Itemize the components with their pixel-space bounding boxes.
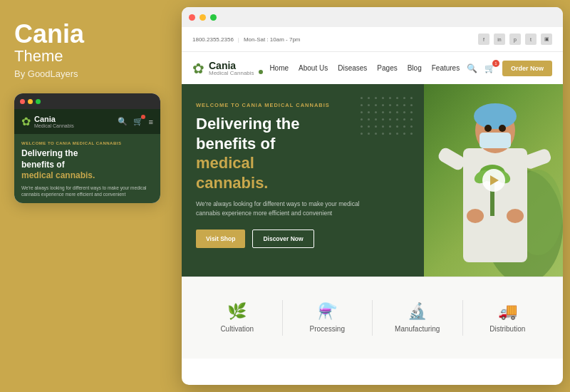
- cultivation-label: Cultivation: [220, 325, 254, 333]
- nav-pages[interactable]: Pages: [377, 64, 397, 72]
- browser-topbar: [182, 7, 563, 27]
- site-logo-icon: ✿: [192, 60, 204, 77]
- mobile-menu-icon[interactable]: ≡: [149, 118, 153, 126]
- svg-point-11: [507, 209, 524, 223]
- mobile-headline: Delivering the benefits of medical canna…: [21, 148, 153, 182]
- nav-links: Home About Us Diseases Pages Blog Featur…: [269, 64, 460, 72]
- brand-by: By GoodLayers: [14, 68, 164, 79]
- mobile-dot-yellow: [28, 99, 33, 104]
- cultivation-icon: 🌿: [227, 304, 247, 319]
- discover-now-button[interactable]: Discover Now: [252, 229, 314, 248]
- brand-title: Cania: [14, 21, 164, 47]
- contact-info: 1800.2355.2356 | Mon-Sat : 10am - 7pm: [192, 36, 301, 43]
- main-nav: ✿ Cania Medical Cannabis Home About Us D…: [182, 52, 563, 84]
- svg-rect-5: [480, 133, 511, 148]
- online-indicator: [259, 70, 263, 74]
- hero-image: [424, 84, 563, 277]
- hero-subtext: We're always looking for different ways …: [196, 200, 367, 218]
- svg-rect-9: [522, 148, 553, 170]
- visit-shop-button[interactable]: Visit Shop: [196, 229, 245, 248]
- nav-home[interactable]: Home: [269, 64, 289, 72]
- processing-label: Processing: [310, 325, 345, 333]
- search-icon[interactable]: 🔍: [467, 63, 477, 73]
- svg-rect-8: [437, 146, 467, 172]
- processing-icon: ⚗️: [318, 304, 337, 319]
- nav-blog[interactable]: Blog: [408, 64, 422, 72]
- mobile-hero: WELCOME TO CANIA MEDICAL CANNABIS Delive…: [14, 134, 160, 203]
- site-logo: ✿ Cania Medical Cannabis: [192, 60, 263, 77]
- feature-cultivation: 🌿 Cultivation: [192, 304, 282, 333]
- pinterest-icon[interactable]: p: [509, 33, 521, 45]
- cart-icon[interactable]: 🛒1: [484, 63, 495, 73]
- mobile-logo: ✿ Cania Medical Cannabis: [21, 115, 74, 128]
- svg-point-7: [499, 125, 506, 132]
- hero-headline: Delivering the benefits of medical canna…: [196, 114, 410, 192]
- nav-about[interactable]: About Us: [299, 64, 328, 72]
- svg-point-6: [484, 125, 492, 132]
- browser-dot-green[interactable]: [210, 14, 217, 21]
- welcome-tag: WELCOME TO CANIA MEDICAL CANNABIS: [196, 102, 410, 108]
- utility-bar: 1800.2355.2356 | Mon-Sat : 10am - 7pm f …: [182, 27, 563, 52]
- hero-section: WELCOME TO CANIA MEDICAL CANNABIS Delive…: [182, 84, 563, 277]
- mobile-nav: ✿ Cania Medical Cannabis 🔍 🛒 ≡: [14, 109, 160, 134]
- svg-point-4: [474, 103, 517, 129]
- manufacturing-icon: 🔬: [408, 304, 427, 319]
- distribution-label: Distribution: [489, 325, 525, 333]
- mobile-nav-icons: 🔍 🛒 ≡: [118, 117, 153, 126]
- social-icons-bar: f in p t ▣: [478, 33, 552, 45]
- brand-subtitle: Theme: [14, 47, 164, 66]
- feature-distribution: 🚚 Distribution: [463, 304, 553, 333]
- phone-number: 1800.2355.2356: [192, 36, 234, 43]
- feature-manufacturing: 🔬 Manufacturing: [373, 304, 462, 333]
- hero-buttons: Visit Shop Discover Now: [196, 229, 410, 248]
- business-hours: Mon-Sat : 10am - 7pm: [244, 36, 301, 43]
- linkedin-icon[interactable]: in: [494, 33, 505, 45]
- svg-point-10: [467, 209, 484, 223]
- order-now-button[interactable]: Order Now: [502, 61, 552, 76]
- browser-dot-yellow[interactable]: [200, 14, 206, 21]
- mobile-preview-card: ✿ Cania Medical Cannabis 🔍 🛒 ≡ WELCOME T…: [14, 93, 160, 203]
- twitter-icon[interactable]: t: [525, 33, 537, 45]
- feature-processing: ⚗️ Processing: [283, 304, 373, 333]
- nav-actions: 🔍 🛒1 Order Now: [467, 61, 552, 76]
- left-panel: Cania Theme By GoodLayers ✿ Cania Medica…: [0, 0, 178, 392]
- mobile-cart-icon[interactable]: 🛒: [133, 117, 143, 126]
- browser-window: 1800.2355.2356 | Mon-Sat : 10am - 7pm f …: [182, 7, 563, 385]
- facebook-icon[interactable]: f: [478, 33, 489, 45]
- distribution-icon: 🚚: [498, 304, 517, 319]
- mobile-search-icon[interactable]: 🔍: [118, 117, 128, 126]
- mobile-dot-red: [20, 99, 25, 104]
- browser-dot-red[interactable]: [189, 14, 195, 21]
- mobile-dot-green: [36, 99, 41, 104]
- nav-features[interactable]: Features: [432, 64, 460, 72]
- mobile-topbar: [14, 93, 160, 109]
- features-bar: 🌿 Cultivation ⚗️ Processing 🔬 Manufactur…: [182, 277, 563, 359]
- play-button[interactable]: [482, 169, 505, 192]
- hero-content: WELCOME TO CANIA MEDICAL CANNABIS Delive…: [182, 84, 424, 277]
- instagram-icon[interactable]: ▣: [541, 33, 552, 45]
- nav-diseases[interactable]: Diseases: [338, 64, 367, 72]
- manufacturing-label: Manufacturing: [395, 325, 440, 333]
- mobile-logo-icon: ✿: [21, 115, 31, 128]
- site-logo-subtext: Medical Cannabis: [209, 70, 254, 76]
